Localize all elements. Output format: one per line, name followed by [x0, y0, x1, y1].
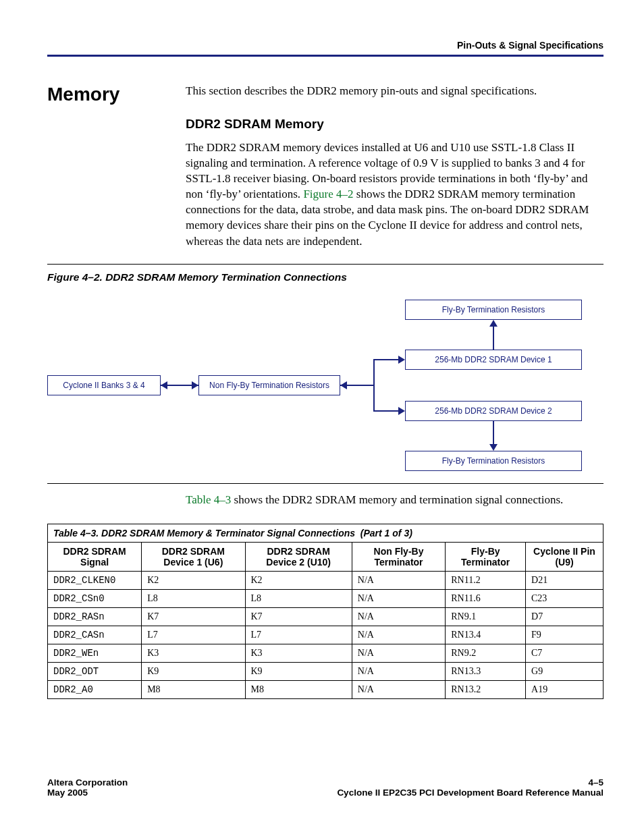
table-cell: A19	[526, 680, 603, 698]
table-cell: N/A	[352, 680, 446, 698]
table-cell: K9	[245, 662, 352, 680]
diagram-box-flyby-top: Fly-By Termination Resistors	[405, 300, 582, 320]
section-two-column: Memory This section describes the DDR2 m…	[47, 84, 603, 249]
th-device2: DDR2 SDRAM Device 2 (U10)	[245, 542, 352, 571]
table-cell: N/A	[352, 626, 446, 644]
figure-diagram: Cyclone II Banks 3 & 4 Non Fly-By Termin…	[47, 300, 603, 476]
th-nonflyby: Non Fly-By Terminator	[352, 542, 446, 571]
figure-rule-top	[47, 264, 603, 265]
table-cell: DDR2_RASn	[48, 607, 142, 626]
table-cell: L8	[245, 589, 352, 607]
footer-left-line1: Altera Corporation	[47, 777, 128, 788]
arrow-up-icon	[489, 320, 498, 327]
table-cell: RN9.2	[446, 644, 526, 662]
table-cell: M8	[142, 680, 245, 698]
table-cell: C7	[526, 644, 603, 662]
table-cell: RN13.3	[446, 662, 526, 680]
table-cell: DDR2_A0	[48, 680, 142, 698]
diagram-connector-to-dev2	[373, 410, 400, 412]
subsection-title: DDR2 SDRAM Memory	[186, 117, 603, 132]
page-footer: Altera Corporation May 2005 4–5 Cyclone …	[47, 777, 603, 798]
arrow-right-icon	[192, 381, 198, 389]
figure-rule-bottom	[47, 483, 603, 484]
table-cell: L7	[142, 626, 245, 644]
table-cell: K3	[142, 644, 245, 662]
table-cell: N/A	[352, 662, 446, 680]
table-cell: DDR2_CSn0	[48, 589, 142, 607]
running-header: Pin-Outs & Signal Specifications	[47, 40, 603, 51]
diagram-box-dev1: 256-Mb DDR2 SDRAM Device 1	[405, 350, 582, 370]
diagram-connector-dev2-down	[493, 421, 494, 447]
table-cell: L7	[245, 626, 352, 644]
table-cell: RN13.2	[446, 680, 526, 698]
table-reference-link[interactable]: Table 4–3	[186, 493, 231, 506]
table-cell: K7	[142, 607, 245, 626]
arrow-right-icon-dev2	[398, 407, 405, 415]
table-cell: N/A	[352, 644, 446, 662]
table-row: DDR2_WEnK3K3N/ARN9.2C7	[48, 644, 603, 662]
table-cell: K3	[245, 644, 352, 662]
th-cyclonepin: Cyclone II Pin (U9)	[526, 542, 603, 571]
section-title: Memory	[47, 84, 186, 105]
table-cell: G9	[526, 662, 603, 680]
table-cell: DDR2_WEn	[48, 644, 142, 662]
table-cell: DDR2_CASn	[48, 626, 142, 644]
diagram-connector-dev1-up	[493, 324, 494, 350]
table-header-row: DDR2 SDRAM Signal DDR2 SDRAM Device 1 (U…	[48, 542, 603, 571]
diagram-connector-to-dev1	[373, 359, 400, 360]
diagram-box-nonfly: Non Fly-By Termination Resistors	[198, 375, 340, 395]
table-row: DDR2_CASnL7L7N/ARN13.4F9	[48, 626, 603, 644]
table-caption: Table 4–3. DDR2 SDRAM Memory & Terminato…	[48, 524, 603, 542]
table-row: DDR2_RASnK7K7N/ARN9.1D7	[48, 607, 603, 626]
th-device1: DDR2 SDRAM Device 1 (U6)	[142, 542, 245, 571]
figure-reference-link[interactable]: Figure 4–2	[303, 188, 353, 200]
diagram-box-cyclone: Cyclone II Banks 3 & 4	[47, 375, 161, 395]
footer-right-line2: Cyclone II EP2C35 PCI Development Board …	[337, 788, 603, 798]
table-cell: N/A	[352, 571, 446, 589]
table-cell: K2	[142, 571, 245, 589]
diagram-box-dev2: 256-Mb DDR2 SDRAM Device 2	[405, 401, 582, 421]
subsection-body: The DDR2 SDRAM memory devices installed …	[186, 140, 603, 249]
section-intro: This section describes the DDR2 memory p…	[186, 84, 603, 99]
arrow-left-icon	[161, 381, 167, 389]
table-cell: RN11.2	[446, 571, 526, 589]
figure-caption: Figure 4–2. DDR2 SDRAM Memory Terminatio…	[47, 271, 603, 283]
table-cell: D7	[526, 607, 603, 626]
table-cell: DDR2_CLKEN0	[48, 571, 142, 589]
table-cell: RN13.4	[446, 626, 526, 644]
arrow-down-icon	[489, 444, 498, 451]
table-cell: DDR2_ODT	[48, 662, 142, 680]
footer-right-line1: 4–5	[588, 777, 603, 788]
header-rule	[47, 55, 603, 57]
table-row: DDR2_ODTK9K9N/ARN13.3G9	[48, 662, 603, 680]
th-flyby: Fly-By Terminator	[446, 542, 526, 571]
table-intro-rest: shows the DDR2 SDRAM memory and terminat…	[231, 493, 563, 506]
th-signal: DDR2 SDRAM Signal	[48, 542, 142, 571]
table-cell: K2	[245, 571, 352, 589]
table-cell: RN9.1	[446, 607, 526, 626]
table-row: DDR2_A0M8M8N/ARN13.2A19	[48, 680, 603, 698]
table-cell: M8	[245, 680, 352, 698]
table-cell: L8	[142, 589, 245, 607]
table-cell: K9	[142, 662, 245, 680]
diagram-box-flyby-bot: Fly-By Termination Resistors	[405, 451, 582, 471]
arrow-left-icon-2	[340, 381, 347, 389]
table-cell: F9	[526, 626, 603, 644]
table-4-3: Table 4–3. DDR2 SDRAM Memory & Terminato…	[47, 524, 603, 699]
table-row: DDR2_CSn0L8L8N/ARN11.6C23	[48, 589, 603, 607]
table-intro: Table 4–3 shows the DDR2 SDRAM memory an…	[186, 492, 603, 507]
table-cell: C23	[526, 589, 603, 607]
table-row: DDR2_CLKEN0K2K2N/ARN11.2D21	[48, 571, 603, 589]
arrow-right-icon-dev1	[398, 356, 405, 364]
table-cell: RN11.6	[446, 589, 526, 607]
diagram-connector-vsplit	[373, 359, 375, 412]
table-cell: N/A	[352, 589, 446, 607]
table-cell: K7	[245, 607, 352, 626]
table-cell: D21	[526, 571, 603, 589]
footer-left-line2: May 2005	[47, 788, 88, 798]
table-cell: N/A	[352, 607, 446, 626]
